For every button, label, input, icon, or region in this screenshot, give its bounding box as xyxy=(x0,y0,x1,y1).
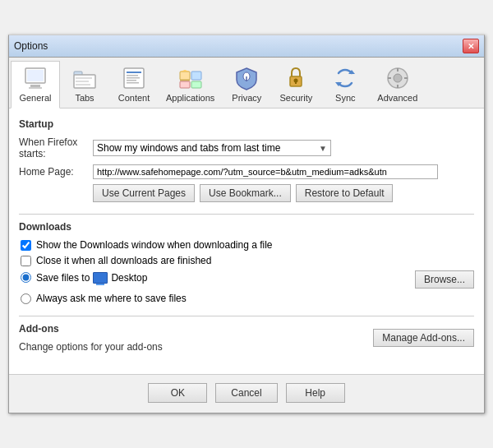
addons-section: Add-ons Change options for your add-ons … xyxy=(19,323,474,353)
cancel-button[interactable]: Cancel xyxy=(215,383,277,403)
svg-rect-12 xyxy=(127,77,140,79)
svg-rect-10 xyxy=(127,72,141,73)
save-location: Desktop xyxy=(111,272,147,284)
svg-rect-24 xyxy=(295,81,297,84)
tab-security[interactable]: Security xyxy=(271,61,320,109)
window-title: Options xyxy=(14,40,48,52)
tab-tabs-label: Tabs xyxy=(75,93,94,103)
startup-section: Startup When Firefox starts: Show my win… xyxy=(19,118,474,202)
tab-advanced-label: Advanced xyxy=(377,93,417,103)
svg-rect-7 xyxy=(76,81,89,82)
main-content: Startup When Firefox starts: Show my win… xyxy=(9,109,484,374)
show-downloads-row: Show the Downloads window when downloadi… xyxy=(21,239,474,251)
tab-content[interactable]: Content xyxy=(109,61,159,109)
tab-general-label: General xyxy=(19,93,51,103)
homepage-row: Home Page: xyxy=(19,164,474,179)
save-files-label: Save files to xyxy=(36,272,90,284)
startup-dropdown-value: Show my windows and tabs from last time xyxy=(97,142,280,154)
startup-dropdown[interactable]: Show my windows and tabs from last time … xyxy=(93,140,331,156)
content-icon xyxy=(121,65,147,91)
tab-advanced[interactable]: Advanced xyxy=(370,61,425,109)
addons-title: Add-ons xyxy=(19,323,163,335)
svg-rect-3 xyxy=(29,87,42,89)
security-icon xyxy=(283,65,309,91)
startup-title: Startup xyxy=(19,118,474,130)
tab-sync[interactable]: Sync xyxy=(320,61,370,109)
homepage-label: Home Page: xyxy=(19,166,93,178)
svg-rect-30 xyxy=(397,85,399,88)
svg-rect-29 xyxy=(397,68,399,72)
close-button[interactable]: ✕ xyxy=(463,39,479,53)
desktop-icon xyxy=(93,272,108,284)
always-ask-row: Always ask me where to save files xyxy=(21,293,474,304)
homepage-input[interactable] xyxy=(93,164,438,179)
svg-rect-13 xyxy=(127,80,136,81)
tab-privacy[interactable]: Privacy xyxy=(222,61,271,109)
svg-rect-2 xyxy=(30,85,40,87)
applications-icon xyxy=(177,65,204,91)
downloads-title: Downloads xyxy=(19,221,474,233)
show-downloads-checkbox[interactable] xyxy=(21,240,31,251)
show-downloads-label: Show the Downloads window when downloadi… xyxy=(36,239,273,251)
dropdown-arrow-icon: ▼ xyxy=(319,144,327,153)
tab-bar: General Tabs xyxy=(9,58,484,109)
svg-rect-14 xyxy=(127,82,139,84)
addons-description: Change options for your add-ons xyxy=(19,341,163,353)
startup-row: When Firefox starts: Show my windows and… xyxy=(19,136,474,159)
save-files-radio-row: Save files to Desktop xyxy=(21,272,147,284)
addons-text: Add-ons Change options for your add-ons xyxy=(19,323,163,353)
tab-tabs[interactable]: Tabs xyxy=(60,61,109,109)
ok-button[interactable]: OK xyxy=(148,383,207,403)
options-window: Options ✕ General xyxy=(8,35,485,413)
close-when-done-label: Close it when all downloads are finished xyxy=(36,255,211,266)
svg-rect-6 xyxy=(76,77,92,79)
privacy-icon xyxy=(233,65,260,91)
save-files-row: Save files to Desktop Browse... xyxy=(19,270,474,289)
close-when-done-checkbox[interactable] xyxy=(21,256,31,266)
always-ask-radio[interactable] xyxy=(21,293,31,304)
manage-addons-button[interactable]: Manage Add-ons... xyxy=(373,329,474,347)
help-button[interactable]: Help xyxy=(286,383,345,403)
svg-rect-8 xyxy=(76,84,90,85)
svg-marker-16 xyxy=(180,70,190,72)
svg-rect-1 xyxy=(27,70,44,81)
tab-applications[interactable]: Applications xyxy=(159,61,222,109)
tab-general[interactable]: General xyxy=(11,61,60,109)
divider-2 xyxy=(19,316,474,316)
svg-point-28 xyxy=(394,74,402,82)
downloads-section: Downloads Show the Downloads window when… xyxy=(19,221,474,304)
svg-rect-11 xyxy=(127,75,138,76)
always-ask-label: Always ask me where to save files xyxy=(36,293,187,304)
use-current-pages-button[interactable]: Use Current Pages xyxy=(93,184,195,202)
tabs-icon xyxy=(71,65,98,91)
tab-privacy-label: Privacy xyxy=(232,93,261,103)
svg-rect-17 xyxy=(180,80,190,81)
close-when-done-row: Close it when all downloads are finished xyxy=(21,255,474,266)
svg-rect-20 xyxy=(180,81,190,88)
divider-1 xyxy=(19,214,474,215)
startup-buttons: Use Current Pages Use Bookmark... Restor… xyxy=(93,184,474,202)
startup-label: When Firefox starts: xyxy=(19,136,93,159)
footer-buttons: OK Cancel Help xyxy=(9,374,484,413)
tab-security-label: Security xyxy=(279,93,312,103)
svg-rect-19 xyxy=(191,81,201,88)
use-bookmark-button[interactable]: Use Bookmark... xyxy=(200,184,291,202)
svg-rect-31 xyxy=(388,77,391,79)
sync-icon xyxy=(332,65,358,91)
save-files-radio[interactable] xyxy=(21,272,31,283)
advanced-icon xyxy=(385,65,411,91)
tab-sync-label: Sync xyxy=(335,93,355,103)
svg-rect-32 xyxy=(404,77,408,79)
general-icon xyxy=(22,65,48,91)
tab-content-label: Content xyxy=(118,93,150,103)
svg-rect-15 xyxy=(180,72,190,80)
browse-button[interactable]: Browse... xyxy=(415,270,474,289)
titlebar: Options ✕ xyxy=(9,35,484,58)
window-controls: ✕ xyxy=(463,39,479,53)
tab-applications-label: Applications xyxy=(166,93,214,103)
svg-rect-18 xyxy=(191,72,201,80)
restore-default-button[interactable]: Restore to Default xyxy=(296,184,394,202)
